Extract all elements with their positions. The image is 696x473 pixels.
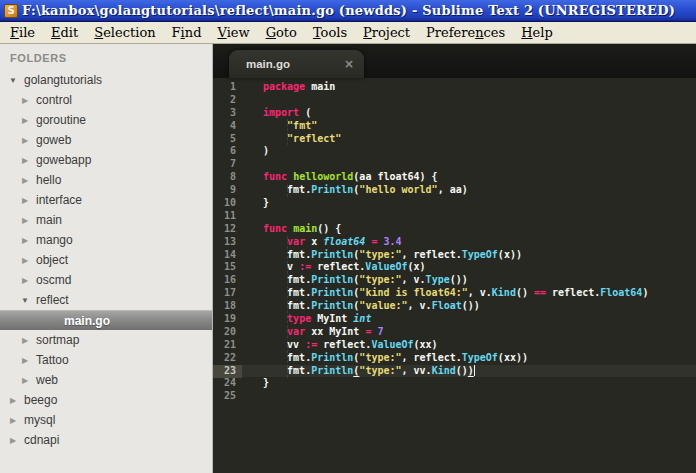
sidebar-item-control[interactable]: ▶control xyxy=(0,90,212,110)
menu-project[interactable]: Project xyxy=(355,23,418,42)
code-text: var xx MyInt = 7 xyxy=(242,326,383,337)
code-line-21[interactable]: 21 vv := reflect.ValueOf(xx) xyxy=(213,339,696,352)
code-text: } xyxy=(242,197,269,208)
code-line-10[interactable]: 10} xyxy=(213,197,696,210)
code-text: fmt.Println("type:", v.Type()) xyxy=(242,274,468,285)
sidebar-item-golangtutorials[interactable]: ▼golangtutorials xyxy=(0,70,212,90)
code-text: import ( xyxy=(242,107,311,118)
text-cursor xyxy=(474,365,476,376)
code-line-22[interactable]: 22 fmt.Println("type:", reflect.TypeOf(x… xyxy=(213,352,696,365)
line-number: 1 xyxy=(213,81,242,94)
code-text: ) xyxy=(242,145,269,156)
menu-view[interactable]: View xyxy=(209,23,257,42)
code-line-2[interactable]: 2 xyxy=(213,94,696,107)
code-line-25[interactable]: 25 xyxy=(213,390,696,403)
code-line-13[interactable]: 13 var x float64 = 3.4 xyxy=(213,236,696,249)
code-line-6[interactable]: 6) xyxy=(213,145,696,158)
code-line-12[interactable]: 12func main() { xyxy=(213,223,696,236)
line-number: 23 xyxy=(213,365,242,378)
code-line-14[interactable]: 14 fmt.Println("type:", reflect.TypeOf(x… xyxy=(213,249,696,262)
sidebar-item-cdnapi[interactable]: ▶cdnapi xyxy=(0,430,212,450)
code-line-20[interactable]: 20 var xx MyInt = 7 xyxy=(213,326,696,339)
expand-arrow-icon[interactable]: ▶ xyxy=(20,276,30,285)
code-line-11[interactable]: 11 xyxy=(213,210,696,223)
expand-arrow-icon[interactable]: ▶ xyxy=(20,256,30,265)
menu-edit[interactable]: Edit xyxy=(43,23,86,42)
sidebar-item-oscmd[interactable]: ▶oscmd xyxy=(0,270,212,290)
code-line-9[interactable]: 9 fmt.Println("hello world", aa) xyxy=(213,184,696,197)
expand-arrow-icon[interactable]: ▶ xyxy=(20,216,30,225)
code-text xyxy=(242,94,263,105)
collapse-arrow-icon[interactable]: ▼ xyxy=(20,296,30,305)
menu-selection[interactable]: Selection xyxy=(86,23,163,42)
code-line-23[interactable]: 23 fmt.Println("type:", vv.Kind()) xyxy=(213,365,696,378)
sidebar-item-reflect[interactable]: ▼reflect xyxy=(0,290,212,310)
sidebar-item-tattoo[interactable]: ▶Tattoo xyxy=(0,350,212,370)
menu-preferences[interactable]: Preferences xyxy=(418,23,513,42)
expand-arrow-icon[interactable]: ▶ xyxy=(20,176,30,185)
expand-arrow-icon[interactable]: ▶ xyxy=(20,236,30,245)
code-line-4[interactable]: 4 "fmt" xyxy=(213,120,696,133)
line-number: 10 xyxy=(213,197,242,210)
sidebar-item-interface[interactable]: ▶interface xyxy=(0,190,212,210)
code-text: fmt.Println("type:", vv.Kind()) xyxy=(242,365,475,376)
sidebar-item-main-go[interactable]: main.go xyxy=(0,310,212,330)
sidebar-item-sortmap[interactable]: ▶sortmap xyxy=(0,330,212,350)
sidebar-item-goweb[interactable]: ▶goweb xyxy=(0,130,212,150)
sidebar-item-label: mysql xyxy=(18,413,55,427)
expand-arrow-icon[interactable]: ▶ xyxy=(20,356,30,365)
code-line-15[interactable]: 15 v := reflect.ValueOf(x) xyxy=(213,261,696,274)
code-line-8[interactable]: 8func helloworld(aa float64) { xyxy=(213,171,696,184)
sidebar-item-label: web xyxy=(30,373,58,387)
sidebar-item-goroutine[interactable]: ▶goroutine xyxy=(0,110,212,130)
expand-arrow-icon[interactable]: ▶ xyxy=(20,196,30,205)
expand-arrow-icon[interactable]: ▶ xyxy=(20,96,30,105)
expand-arrow-icon[interactable]: ▶ xyxy=(8,396,18,405)
editor-pane: main.go × 1package main23import (4 "fmt"… xyxy=(213,44,696,473)
code-text xyxy=(242,158,263,169)
folders-header: FOLDERS xyxy=(0,44,212,70)
expand-arrow-icon[interactable]: ▶ xyxy=(20,116,30,125)
expand-arrow-icon[interactable]: ▶ xyxy=(20,136,30,145)
menu-help[interactable]: Help xyxy=(513,23,561,42)
collapse-arrow-icon[interactable]: ▼ xyxy=(8,76,18,85)
expand-arrow-icon[interactable]: ▶ xyxy=(8,436,18,445)
tab-main-go[interactable]: main.go × xyxy=(229,50,364,78)
line-number: 21 xyxy=(213,339,242,352)
sidebar-item-label: gowebapp xyxy=(30,153,91,167)
code-line-16[interactable]: 16 fmt.Println("type:", v.Type()) xyxy=(213,274,696,287)
expand-arrow-icon[interactable]: ▶ xyxy=(20,376,30,385)
expand-arrow-icon[interactable]: ▶ xyxy=(20,336,30,345)
code-text: fmt.Println("kind is float64:", v.Kind()… xyxy=(242,287,648,298)
code-line-3[interactable]: 3import ( xyxy=(213,107,696,120)
sidebar-item-mango[interactable]: ▶mango xyxy=(0,230,212,250)
sidebar-item-label: mango xyxy=(30,233,73,247)
line-number: 6 xyxy=(213,145,242,158)
code-line-5[interactable]: 5 "reflect" xyxy=(213,133,696,146)
code-area[interactable]: 1package main23import (4 "fmt"5 "reflect… xyxy=(213,78,696,473)
menu-find[interactable]: Find xyxy=(164,23,210,42)
tab-label: main.go xyxy=(246,58,344,70)
code-line-17[interactable]: 17 fmt.Println("kind is float64:", v.Kin… xyxy=(213,287,696,300)
menu-goto[interactable]: Goto xyxy=(258,23,305,42)
code-line-18[interactable]: 18 fmt.Println("value:", v.Float()) xyxy=(213,300,696,313)
code-line-24[interactable]: 24} xyxy=(213,377,696,390)
expand-arrow-icon[interactable]: ▶ xyxy=(20,156,30,165)
close-icon[interactable]: × xyxy=(344,57,354,71)
sidebar-item-beego[interactable]: ▶beego xyxy=(0,390,212,410)
line-number: 14 xyxy=(213,249,242,262)
expand-arrow-icon[interactable]: ▶ xyxy=(8,416,18,425)
sidebar-item-web[interactable]: ▶web xyxy=(0,370,212,390)
line-number: 12 xyxy=(213,223,242,236)
code-line-7[interactable]: 7 xyxy=(213,158,696,171)
line-number: 20 xyxy=(213,326,242,339)
sidebar-item-gowebapp[interactable]: ▶gowebapp xyxy=(0,150,212,170)
code-line-19[interactable]: 19 type MyInt int xyxy=(213,313,696,326)
menu-file[interactable]: File xyxy=(2,23,43,42)
sidebar-item-object[interactable]: ▶object xyxy=(0,250,212,270)
menu-tools[interactable]: Tools xyxy=(305,23,355,42)
sidebar-item-mysql[interactable]: ▶mysql xyxy=(0,410,212,430)
sidebar-item-main[interactable]: ▶main xyxy=(0,210,212,230)
sidebar-item-hello[interactable]: ▶hello xyxy=(0,170,212,190)
code-line-1[interactable]: 1package main xyxy=(213,81,696,94)
